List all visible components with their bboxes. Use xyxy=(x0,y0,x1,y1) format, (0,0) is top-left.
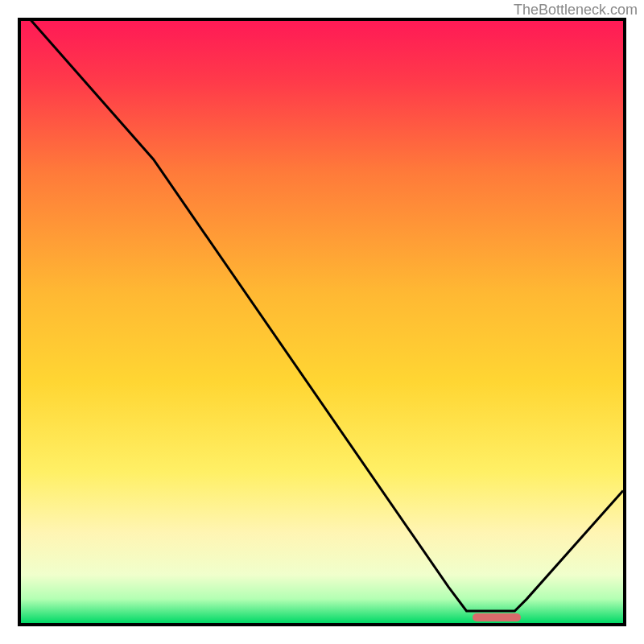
watermark-text: TheBottleneck.com xyxy=(514,2,638,19)
chart-container xyxy=(18,18,626,626)
bottleneck-curve-line xyxy=(21,21,623,623)
optimal-range-marker xyxy=(473,613,521,621)
